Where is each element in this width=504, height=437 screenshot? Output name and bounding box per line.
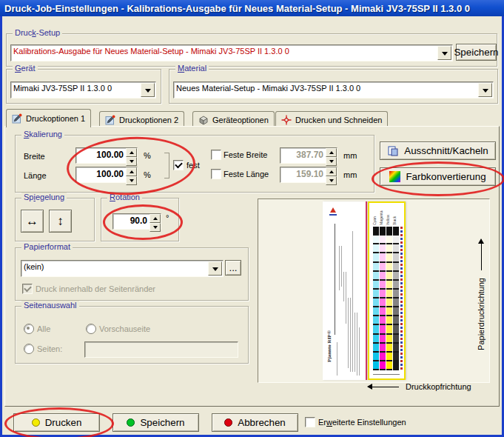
green-status-icon (127, 418, 135, 427)
drucken-button[interactable]: Drucken (13, 413, 100, 432)
laenge-percent-label: % (144, 170, 151, 179)
head-direction-label: Druckkopfrichtung (368, 382, 471, 391)
vorschauseite-radio (86, 324, 96, 334)
rotation-spinner-arrows[interactable] (149, 214, 161, 229)
speichern-button[interactable]: Speichern (112, 413, 199, 432)
info-rule-line (335, 224, 335, 335)
material-label: Material (175, 64, 209, 73)
arrow-down-icon[interactable] (149, 223, 161, 232)
arrow-left-icon (368, 387, 399, 387)
arrow-down-icon (326, 157, 337, 166)
window-title: Druck-Job-Einstellungen - Kalibrations-A… (0, 3, 470, 14)
swatch-column (380, 227, 386, 370)
druck-setup-value: Kalibrations-Ausgabe für Neues Material-… (11, 45, 437, 61)
preview-logo-text: Pjannto RIP® (325, 317, 333, 376)
breite-value: 100.00 (76, 148, 126, 163)
papierformat-label: Papierformat (21, 242, 73, 251)
rotation-label: Rotation (107, 193, 142, 201)
print-within-margins-checkbox (22, 284, 33, 294)
laenge-spinner[interactable]: 100.00 (75, 167, 138, 183)
calibration-column-labels: CyanMagentaYellowBlack (373, 204, 400, 225)
calibration-swatch-grid (373, 227, 400, 370)
seiten-input (84, 341, 238, 358)
tab-geraeteoptionen[interactable]: Geräteoptionen (192, 111, 275, 127)
laenge-spinner-arrows[interactable] (126, 167, 137, 182)
feste-laenge-label: Feste Länge (224, 170, 269, 179)
material-value: Neues Material-Setup - Mimaki JV3-75SP I… (174, 82, 477, 98)
fest-checkbox[interactable] (173, 160, 184, 170)
seitenauswahl-label: Seitenauswahl (21, 301, 79, 310)
fest-link-bracket (164, 153, 169, 179)
tab-druckoptionen-2[interactable]: Druckoptionen 2 (99, 111, 184, 127)
alle-label: Alle (37, 324, 50, 333)
swatch-column (373, 227, 379, 370)
radio-dot (27, 327, 30, 330)
mirror-vertical-icon: ↕ (57, 215, 64, 227)
druck-setup-combo[interactable]: Kalibrations-Ausgabe für Neues Material-… (10, 44, 453, 61)
paper-direction-label: Papierdruckrichtung (476, 210, 486, 380)
feste-breite-value: 387.70 (280, 148, 326, 163)
mini-logo-icon (330, 207, 336, 213)
tab-drucken-und-schneiden[interactable]: Drucken und Schneiden (275, 111, 388, 127)
rotation-spinner[interactable]: 90.0 (112, 213, 161, 230)
druck-setup-combo-arrow[interactable] (437, 46, 451, 60)
mirror-horizontal-icon: ↔ (26, 215, 38, 227)
preview-page-calibration-chart: CyanMagentaYellowBlack (368, 201, 406, 380)
material-combo[interactable]: Neues Material-Setup - Mimaki JV3-75SP I… (173, 81, 494, 99)
papierformat-browse-button[interactable]: ... (225, 260, 241, 276)
breite-label: Breite (24, 152, 45, 161)
papierformat-value: (kein) (21, 261, 207, 276)
check-icon (175, 161, 183, 169)
feste-breite-unit: mm (343, 151, 357, 160)
arrow-right-icon (481, 239, 482, 270)
swatch-column (386, 227, 392, 370)
abbrechen-button[interactable]: Abbrechen (212, 413, 298, 432)
chevron-down-icon (145, 89, 151, 96)
seiten-label: Seiten: (37, 344, 62, 353)
alle-radio (24, 324, 34, 334)
erweiterte-einstellungen-checkbox[interactable] (305, 417, 315, 427)
check-icon (24, 284, 32, 293)
spiegelung-label: Spiegelung (21, 193, 67, 201)
farbkonvertierung-button[interactable]: Farbkonvertierung (380, 167, 496, 186)
tab-druckoptionen-1[interactable]: Druckoptionen 1 (6, 109, 91, 127)
feste-breite-spinner: 387.70 (280, 147, 337, 164)
material-combo-arrow[interactable] (478, 83, 492, 97)
breite-spinner-arrows[interactable] (126, 148, 137, 163)
feste-breite-checkbox[interactable] (211, 150, 221, 160)
chevron-down-icon (212, 267, 218, 274)
mirror-horizontal-button[interactable]: ↔ (21, 210, 44, 233)
arrow-down-icon[interactable] (126, 176, 137, 185)
arrow-down-icon[interactable] (126, 157, 137, 166)
print-preview: Pjannto RIP® CyanMagentaYellowBlack (258, 199, 490, 383)
vorschauseite-label: Vorschauseite (99, 324, 150, 333)
feste-laenge-spinner-arrows (326, 167, 337, 182)
tile-pages-icon (387, 145, 399, 157)
papierformat-combo-arrow[interactable] (208, 261, 222, 276)
arrow-up-icon[interactable] (149, 214, 161, 223)
arrow-up-icon[interactable] (126, 148, 137, 157)
print-job-settings-dialog: Druck-Job-Einstellungen - Kalibrations-A… (0, 0, 504, 437)
geraet-combo[interactable]: Mimaki JV3-75SP II 1.3.0 0 (10, 81, 156, 99)
mirror-vertical-button[interactable]: ↕ (49, 210, 72, 233)
edit-page-icon (12, 113, 22, 124)
geraet-label: Gerät (13, 64, 38, 73)
window-titlebar[interactable]: Druck-Job-Einstellungen - Kalibrations-A… (0, 0, 504, 16)
arrow-up-icon (326, 167, 337, 176)
geraet-combo-arrow[interactable] (141, 83, 155, 97)
setup-save-button[interactable]: Speichern (456, 44, 497, 61)
druck-setup-label: Druck-Setup (13, 28, 62, 37)
arrow-up-icon[interactable] (126, 167, 137, 176)
feste-laenge-value: 159.10 (280, 167, 326, 182)
feste-laenge-unit: mm (343, 170, 357, 179)
rotation-value: 90.0 (113, 214, 149, 229)
edit-page-icon (105, 115, 115, 125)
ausschnitt-kacheln-button[interactable]: Ausschnitt/Kacheln (380, 141, 496, 160)
breite-percent-label: % (144, 151, 151, 160)
breite-spinner[interactable]: 100.00 (75, 147, 138, 164)
feste-laenge-checkbox[interactable] (211, 169, 221, 179)
arrow-down-icon (326, 176, 337, 185)
print-within-margins-label: Druck innerhalb der Seitenränder (36, 284, 155, 293)
papierformat-combo[interactable]: (kein) (21, 260, 224, 277)
red-status-icon (224, 418, 232, 427)
